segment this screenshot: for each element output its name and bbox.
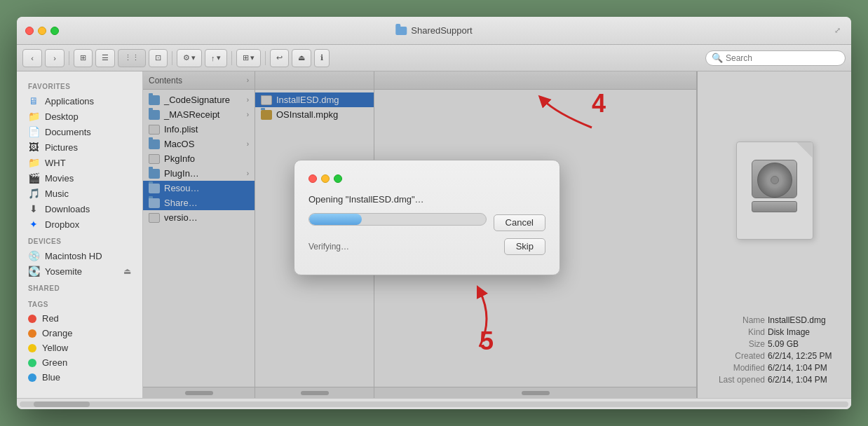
sidebar-item-label: Macintosh HD <box>45 251 102 261</box>
annotation-4-area: 4 <box>536 92 606 137</box>
forward-button[interactable]: › <box>45 49 65 67</box>
sidebar-item-label: Music <box>45 188 69 199</box>
search-bar[interactable]: 🔍 <box>705 50 846 66</box>
documents-icon: 📄 <box>28 126 39 137</box>
sidebar-item-tag-orange[interactable]: Orange <box>20 326 140 341</box>
blue-tag-dot <box>28 373 36 382</box>
eject-button[interactable]: ⏏ <box>292 49 311 67</box>
arrow-5-svg <box>438 284 522 354</box>
sidebar-item-label: Movies <box>45 173 74 184</box>
scrollbar-thumb[interactable] <box>34 401 90 407</box>
arrange-icon: ⊞ <box>243 53 249 62</box>
arrange-chevron: ▾ <box>250 53 255 62</box>
action-button[interactable]: ⚙ ▾ <box>177 49 202 67</box>
sidebar-item-label: Applications <box>45 96 94 106</box>
view-coverflow-button[interactable]: ⊡ <box>149 49 168 67</box>
sidebar-item-pictures[interactable]: 🖼 Pictures <box>20 139 140 155</box>
info-icon: ℹ <box>320 53 323 62</box>
eject-icon: ⏏ <box>298 53 305 62</box>
sidebar-item-label: Downloads <box>45 204 90 214</box>
title-bar: SharedSupport ⤢ <box>17 17 851 45</box>
forward-icon: › <box>53 54 56 62</box>
sidebar-item-label: WHT <box>45 158 66 168</box>
dialog-maximize-btn[interactable] <box>334 174 342 183</box>
sidebar-item-music[interactable]: 🎵 Music <box>20 186 140 201</box>
music-icon: 🎵 <box>28 188 39 199</box>
dialog-title-bar <box>308 174 545 183</box>
sidebar-item-label: Desktop <box>45 111 79 122</box>
back-button[interactable]: ‹ <box>22 49 42 67</box>
skip-button[interactable]: Skip <box>504 238 545 255</box>
finder-window: SharedSupport ⤢ ‹ › ⊞ ☰ ⋮⋮ ⊡ ⚙ ▾ ↑ ▾ <box>17 17 851 409</box>
view-icons-icon: ⊞ <box>80 53 86 62</box>
minimize-button[interactable] <box>38 27 46 35</box>
progress-dialog: Opening "InstallESD.dmg"… Cancel Verifyi… <box>294 160 560 275</box>
sidebar-item-tag-blue[interactable]: Blue <box>20 370 140 385</box>
eject-icon[interactable]: ⏏ <box>123 266 131 276</box>
dialog-traffic-lights <box>308 174 342 183</box>
macintosh-hd-icon: 💿 <box>28 250 39 261</box>
sidebar-item-documents[interactable]: 📄 Documents <box>20 124 140 139</box>
back-icon: ‹ <box>31 54 34 62</box>
progress-bar-fill <box>309 214 362 225</box>
search-input[interactable] <box>726 53 839 63</box>
maximize-button[interactable] <box>50 27 59 35</box>
toolbar-separator-1 <box>69 51 69 65</box>
sidebar-item-downloads[interactable]: ⬇ Downloads <box>20 201 140 217</box>
share-button[interactable]: ↑ ▾ <box>205 49 227 67</box>
info-button[interactable]: ℹ <box>314 49 330 67</box>
sidebar-item-tag-green[interactable]: Green <box>20 355 140 370</box>
tag-label: Yellow <box>42 343 68 353</box>
progress-area: Cancel <box>308 213 545 233</box>
dialog-message: Opening "InstallESD.dmg"… <box>308 194 545 205</box>
red-tag-dot <box>28 315 36 323</box>
view-columns-button[interactable]: ⋮⋮ <box>118 49 146 67</box>
applications-icon: 🖥 <box>28 95 39 106</box>
tag-label: Red <box>42 313 59 324</box>
view-list-button[interactable]: ☰ <box>95 49 115 67</box>
orange-tag-dot <box>28 329 36 338</box>
green-tag-dot <box>28 359 36 367</box>
sidebar-item-macintosh-hd[interactable]: 💿 Macintosh HD <box>20 248 140 263</box>
view-columns-icon: ⋮⋮ <box>124 53 140 62</box>
dialog-close-btn[interactable] <box>308 174 317 183</box>
sidebar-item-label: Dropbox <box>45 219 79 230</box>
gear-icon: ⚙ <box>183 53 190 62</box>
arrange-button[interactable]: ⊞ ▾ <box>236 49 261 67</box>
window-title: SharedSupport <box>411 25 472 36</box>
file-browser: Contents › _CodeSignature › _MASReceipt … <box>143 71 851 398</box>
cancel-button[interactable]: Cancel <box>494 214 545 231</box>
close-button[interactable] <box>25 27 34 35</box>
bottom-bar <box>17 398 851 409</box>
tag-label: Orange <box>42 328 72 338</box>
search-icon: 🔍 <box>712 53 723 63</box>
sidebar-item-tag-red[interactable]: Red <box>20 311 140 326</box>
sidebar-item-applications[interactable]: 🖥 Applications <box>20 93 140 109</box>
view-icons-button[interactable]: ⊞ <box>74 49 93 67</box>
share-icon: ↑ <box>211 54 215 62</box>
sidebar-item-label: Documents <box>45 127 91 137</box>
shared-header: SHARED <box>17 279 142 295</box>
pictures-icon: 🖼 <box>28 142 39 153</box>
expand-button[interactable]: ⤢ <box>834 26 844 36</box>
devices-header: DEVICES <box>17 232 142 248</box>
scrollbar-track[interactable] <box>20 401 848 407</box>
path-button[interactable]: ↩ <box>270 49 289 67</box>
sidebar-item-label: Pictures <box>45 142 78 153</box>
dialog-minimize-btn[interactable] <box>321 174 330 183</box>
sidebar-item-wht[interactable]: 📁 WHT <box>20 155 140 170</box>
downloads-icon: ⬇ <box>28 203 39 214</box>
traffic-lights <box>25 27 59 35</box>
sidebar: FAVORITES 🖥 Applications 📁 Desktop 📄 Doc… <box>17 71 143 398</box>
dialog-body: Opening "InstallESD.dmg"… Cancel Verifyi… <box>308 186 545 261</box>
sidebar-item-tag-yellow[interactable]: Yellow <box>20 341 140 355</box>
annotation-5-area: 5 <box>438 284 522 356</box>
desktop-icon: 📁 <box>28 111 39 122</box>
tag-label: Blue <box>42 372 60 383</box>
path-icon: ↩ <box>276 53 283 62</box>
toolbar-separator-3 <box>231 51 232 65</box>
sidebar-item-yosemite[interactable]: 💽 Yosemite ⏏ <box>20 263 140 279</box>
sidebar-item-movies[interactable]: 🎬 Movies <box>20 170 140 186</box>
sidebar-item-desktop[interactable]: 📁 Desktop <box>20 109 140 124</box>
sidebar-item-dropbox[interactable]: ✦ Dropbox <box>20 217 140 232</box>
